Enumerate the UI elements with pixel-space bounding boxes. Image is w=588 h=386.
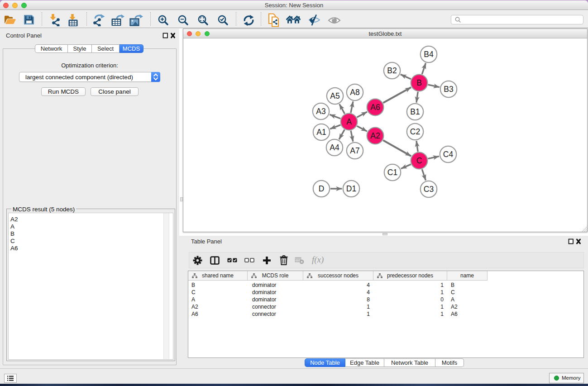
svg-text:C4: C4 — [443, 150, 454, 159]
svg-text:B: B — [416, 78, 422, 87]
svg-text:A3: A3 — [316, 107, 325, 116]
svg-text:A7: A7 — [350, 146, 359, 155]
svg-text:C2: C2 — [410, 127, 420, 136]
svg-text:C: C — [416, 156, 422, 165]
svg-text:B4: B4 — [424, 50, 434, 59]
svg-text:A1: A1 — [316, 128, 326, 137]
svg-text:A8: A8 — [350, 88, 359, 97]
svg-text:C1: C1 — [387, 168, 397, 177]
svg-text:D: D — [319, 184, 325, 193]
svg-text:B2: B2 — [387, 66, 397, 75]
svg-text:A6: A6 — [370, 103, 380, 112]
svg-text:A4: A4 — [330, 143, 339, 152]
svg-text:D1: D1 — [346, 184, 356, 193]
svg-text:C3: C3 — [424, 185, 434, 194]
svg-text:A2: A2 — [370, 131, 380, 140]
svg-text:A: A — [346, 117, 352, 126]
svg-text:B3: B3 — [444, 85, 453, 94]
svg-text:A5: A5 — [330, 91, 339, 100]
svg-text:B1: B1 — [410, 107, 420, 116]
